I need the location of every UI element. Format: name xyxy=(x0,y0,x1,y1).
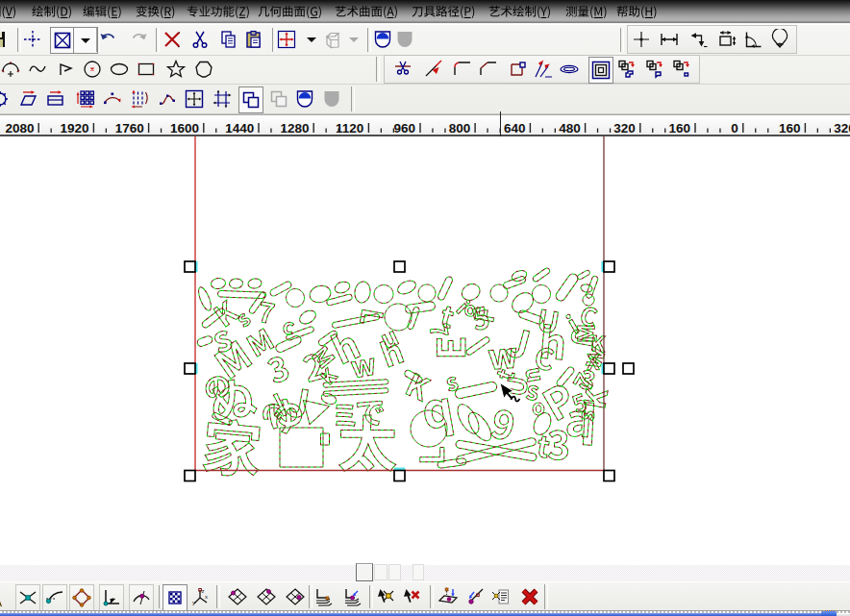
nested-shape[interactable] xyxy=(395,278,417,296)
nested-shape[interactable] xyxy=(196,335,213,348)
nested-shape[interactable] xyxy=(423,398,454,439)
selection-handle-middle-right[interactable] xyxy=(604,363,614,374)
nested-shape[interactable] xyxy=(406,373,432,402)
toolbar2-circle-center-button[interactable] xyxy=(81,57,104,82)
nested-shape[interactable] xyxy=(430,324,449,338)
toolbar1-dropdown-button[interactable] xyxy=(300,27,323,52)
measure-measure-step-button[interactable] xyxy=(688,27,711,52)
nested-shape[interactable] xyxy=(320,392,338,407)
nested-shape[interactable] xyxy=(541,324,564,359)
nested-shape[interactable] xyxy=(454,382,497,400)
toolbar2-spline-button[interactable] xyxy=(26,57,49,82)
nested-shape[interactable] xyxy=(580,306,599,328)
selection-handle-stretch[interactable] xyxy=(623,363,634,374)
toolbar2-star-button[interactable] xyxy=(164,57,188,82)
curve-copy-shape-md-button[interactable] xyxy=(643,57,666,82)
snapbar-pen-partial-button[interactable] xyxy=(0,584,12,609)
nested-shape[interactable] xyxy=(437,338,465,357)
toolbar3-fit-arc-button[interactable] xyxy=(101,86,124,111)
snapbar-pick-point-button[interactable] xyxy=(374,584,397,609)
nested-shape[interactable] xyxy=(331,329,361,364)
nested-shape[interactable] xyxy=(535,347,555,372)
nested-shape[interactable] xyxy=(411,410,447,447)
toolbar2-rectangle-button[interactable] xyxy=(135,57,158,82)
nested-shape[interactable] xyxy=(360,309,383,326)
snapbar-plane-yz-button[interactable] xyxy=(255,584,278,609)
menu-item-1[interactable] xyxy=(32,0,75,23)
snapbar-snap-tangent-button[interactable] xyxy=(42,584,67,611)
nested-shape[interactable] xyxy=(267,397,304,435)
toolbar3-shield-blue-button[interactable] xyxy=(293,86,316,111)
menu-item-10[interactable] xyxy=(616,0,660,23)
toolbar1-delete-button[interactable] xyxy=(161,27,184,52)
drawing-canvas[interactable] xyxy=(0,136,850,565)
menu-item-5[interactable] xyxy=(258,0,325,23)
nested-shape[interactable] xyxy=(548,431,567,460)
nested-shape[interactable] xyxy=(213,299,239,327)
nested-shape[interactable] xyxy=(209,377,258,422)
nested-shape[interactable] xyxy=(456,437,537,464)
toolbar1-redo-button[interactable] xyxy=(127,27,150,52)
curve-chamfer-button[interactable] xyxy=(477,57,500,82)
nested-shape[interactable] xyxy=(566,410,589,438)
measure-measure-point-button[interactable] xyxy=(630,27,653,52)
snapbar-list-page-button[interactable] xyxy=(489,584,512,609)
nested-shape[interactable] xyxy=(583,294,594,306)
curve-copy-shape-lg-button[interactable] xyxy=(615,57,638,82)
nested-shape[interactable] xyxy=(465,336,490,357)
horizontal-scrollbar[interactable] xyxy=(0,565,850,581)
toolbar1-dropdown-gray-button[interactable] xyxy=(342,27,365,52)
nested-shape[interactable] xyxy=(246,329,274,357)
nested-shape[interactable] xyxy=(203,417,263,479)
measure-measure-rect-button[interactable] xyxy=(715,27,738,52)
toolbar3-shield-gray-button[interactable] xyxy=(320,86,343,111)
snapbar-snap-perpendicular-button[interactable] xyxy=(99,584,124,611)
menu-item-3[interactable] xyxy=(136,0,178,23)
nested-shape[interactable] xyxy=(542,382,578,421)
curve-extend-button[interactable] xyxy=(422,57,445,82)
toolbar3-ungroup-button[interactable] xyxy=(267,86,290,111)
nested-shape[interactable] xyxy=(526,384,539,401)
selection-handle-middle-left[interactable] xyxy=(185,363,195,374)
nested-shape[interactable] xyxy=(237,312,252,328)
selection-handle-top-right[interactable] xyxy=(604,261,614,272)
toolbar3-fit-spline-button[interactable] xyxy=(156,86,179,111)
nested-shape[interactable] xyxy=(533,403,544,415)
nested-shape[interactable] xyxy=(488,348,518,370)
toolbar3-hatch-button[interactable] xyxy=(128,86,151,111)
snapbar-plane-xy-button[interactable] xyxy=(226,584,249,609)
nested-shape[interactable] xyxy=(229,278,243,288)
nested-shape[interactable] xyxy=(321,433,330,445)
selection-handle-top-middle[interactable] xyxy=(394,261,405,272)
toolbar1-paste-button[interactable] xyxy=(242,27,265,52)
measure-measure-distance-button[interactable] xyxy=(658,27,681,52)
menu-item-8[interactable] xyxy=(488,0,554,23)
snapbar-snap-nearest-button[interactable] xyxy=(129,584,154,611)
nested-shape[interactable] xyxy=(538,309,559,333)
nested-shape[interactable] xyxy=(556,366,576,388)
nested-shape[interactable] xyxy=(496,368,514,382)
snapbar-vector-line-button[interactable] xyxy=(463,584,487,609)
menu-item-0[interactable] xyxy=(0,0,19,23)
curve-ring-button[interactable] xyxy=(558,57,581,82)
nested-shape[interactable] xyxy=(554,272,580,303)
scrollbar-thumb[interactable] xyxy=(356,563,373,581)
nested-shape[interactable] xyxy=(525,368,540,382)
snapbar-layers-arrow-button[interactable] xyxy=(340,584,363,609)
nested-shape[interactable] xyxy=(374,285,393,304)
nested-shape[interactable] xyxy=(455,440,537,462)
nested-shape[interactable] xyxy=(212,330,234,354)
nested-shape[interactable] xyxy=(269,281,292,297)
snapbar-plane-xz-button[interactable] xyxy=(284,584,307,609)
nested-shape[interactable] xyxy=(509,288,538,316)
nested-shape[interactable] xyxy=(357,401,384,425)
toolbar3-skew-button[interactable] xyxy=(17,86,40,111)
nested-shape[interactable] xyxy=(420,447,444,461)
nested-shape[interactable] xyxy=(339,415,396,471)
nested-shape[interactable] xyxy=(418,284,436,302)
nested-shape[interactable] xyxy=(297,308,318,326)
nested-shape[interactable] xyxy=(532,267,551,283)
toolbar1-box3d-button[interactable] xyxy=(321,27,344,52)
nested-shape[interactable] xyxy=(323,380,388,388)
nested-shape[interactable] xyxy=(354,281,372,304)
